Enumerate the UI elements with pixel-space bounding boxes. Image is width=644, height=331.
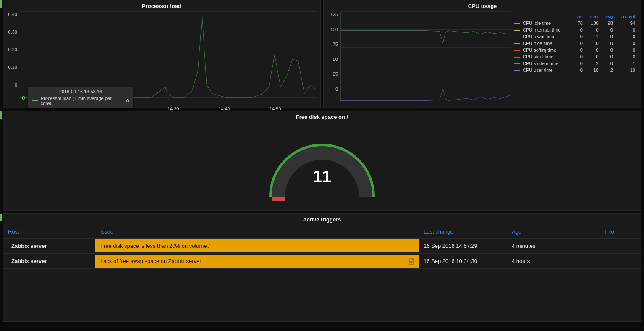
legend-avg: 0: [601, 53, 615, 60]
legend-min: 0: [571, 26, 585, 33]
legend-row[interactable]: CPU nice time0000: [512, 40, 638, 47]
table-row[interactable]: Zabbix serverLack of free swap space on …: [3, 254, 641, 269]
legend-current: 1: [615, 60, 638, 67]
legend-swatch: [514, 63, 520, 64]
legend-header: max: [585, 13, 601, 20]
crosshair-line: [22, 12, 22, 98]
panel-accent: [0, 111, 2, 119]
legend-avg: 0: [601, 47, 615, 53]
ytick: 0.20: [8, 47, 17, 52]
ytick: 100: [330, 27, 338, 32]
legend-current: 10: [615, 67, 638, 74]
ytick: 25: [333, 71, 338, 76]
legend-row[interactable]: CPU softirq time0000: [512, 47, 638, 53]
crosshair-dot: [22, 96, 25, 100]
legend-avg: 0: [601, 60, 615, 67]
tooltip-series-swatch: [32, 100, 38, 101]
legend-swatch: [514, 57, 520, 58]
ytick: 0.40: [8, 12, 17, 17]
legend-swatch: [514, 30, 520, 31]
disk-gauge-panel: Free disk space on / 11: [3, 111, 641, 211]
trigger-host: Zabbix server: [3, 239, 95, 254]
tooltip-series-label: Processor load (1 min average per core):: [41, 96, 124, 106]
legend-avg: 0: [601, 26, 615, 33]
legend-avg: 0: [601, 33, 615, 40]
triggers-header-host[interactable]: Host: [3, 225, 95, 239]
legend-swatch: [514, 50, 520, 51]
ytick: 0.10: [8, 65, 17, 70]
legend-swatch: [514, 43, 520, 44]
trigger-host: Zabbix server: [3, 254, 95, 269]
processor-load-plot[interactable]: 14:3014:4014:50: [20, 12, 316, 98]
legend-row[interactable]: CPU iowait time0100: [512, 33, 638, 40]
ytick: 0: [335, 87, 338, 92]
disk-gauge-title: Free disk space on /: [3, 111, 641, 121]
legend-row[interactable]: CPU idle time781009894: [512, 20, 638, 26]
legend-header: current: [615, 13, 638, 20]
legend-max: 1: [585, 33, 601, 40]
legend-current: 0: [615, 40, 638, 47]
legend-current: 0: [615, 26, 638, 33]
legend-row[interactable]: CPU interrupt time0000: [512, 26, 638, 33]
panel-accent: [0, 0, 2, 8]
ytick: 75: [333, 42, 338, 47]
legend-max: 0: [585, 26, 601, 33]
cpu-usage-title: CPU usage: [324, 0, 641, 10]
triggers-table: Host Issue Last change Age Info Zabbix s…: [3, 225, 641, 269]
legend-avg: 0: [601, 40, 615, 47]
legend-row[interactable]: CPU steal time0000: [512, 53, 638, 60]
legend-current: 0: [615, 33, 638, 40]
legend-min: 0: [571, 60, 585, 67]
active-triggers-title: Active triggers: [3, 214, 641, 223]
cpu-usage-legend: minmaxavgcurrentCPU idle time781009894CP…: [512, 13, 638, 74]
legend-min: 0: [571, 33, 585, 40]
cpu-usage-plot[interactable]: 14:0014:1014:2014:3014:4014:50: [340, 12, 511, 102]
legend-current: 0: [615, 53, 638, 60]
panel-accent: [0, 214, 2, 221]
trigger-age: 4 hours: [507, 254, 578, 269]
ytick: 0: [15, 82, 17, 87]
legend-header: min: [571, 13, 585, 20]
trigger-age: 4 minutes: [507, 239, 578, 254]
disk-gauge: [3, 121, 641, 201]
legend-min: 0: [571, 47, 585, 53]
trigger-issue[interactable]: Free disk space is less than 20% on volu…: [95, 239, 419, 252]
trigger-last-change: 16 Sep 2016 14:57:29: [419, 239, 507, 254]
trigger-info: [578, 239, 641, 254]
processor-load-title: Processor load: [3, 0, 320, 10]
table-row[interactable]: Zabbix serverFree disk space is less tha…: [3, 239, 641, 254]
legend-max: 18: [585, 67, 601, 74]
legend-avg: 98: [601, 20, 615, 26]
legend-min: 0: [571, 53, 585, 60]
cpu-usage-yaxis: 1251007550250: [324, 10, 340, 102]
legend-swatch: [514, 37, 520, 37]
processor-load-panel: Processor load 0.400.300.200.100 14:3014…: [3, 0, 321, 108]
triggers-header-info[interactable]: Info: [578, 225, 641, 239]
legend-current: 94: [615, 20, 638, 26]
legend-row[interactable]: CPU system time0201: [512, 60, 638, 67]
tooltip-series-value: 0: [126, 98, 129, 103]
legend-max: 0: [585, 53, 601, 60]
legend-max: 0: [585, 47, 601, 53]
cpu-usage-panel: CPU usage 1251007550250 14:0014:1014:201…: [323, 0, 641, 108]
legend-max: 0: [585, 40, 601, 47]
triggers-header-last[interactable]: Last change: [419, 225, 507, 239]
trigger-info: [578, 254, 641, 269]
ytick: 50: [333, 57, 338, 62]
trigger-issue[interactable]: Lack of free swap space on Zabbix server: [95, 255, 419, 268]
document-icon[interactable]: [408, 258, 414, 265]
legend-min: 0: [571, 67, 585, 74]
legend-max: 2: [585, 60, 601, 67]
triggers-header-issue[interactable]: Issue: [95, 225, 419, 239]
tooltip-time: 2016-09-16 13:58:16: [32, 89, 129, 94]
triggers-header-age[interactable]: Age: [507, 225, 578, 239]
legend-min: 78: [571, 20, 585, 26]
legend-row[interactable]: CPU user time018210: [512, 67, 638, 74]
legend-avg: 2: [601, 67, 615, 74]
legend-swatch: [514, 70, 520, 71]
legend-max: 100: [585, 20, 601, 26]
ytick: 0.30: [8, 29, 17, 34]
legend-min: 0: [571, 40, 585, 47]
processor-load-tooltip: 2016-09-16 13:58:16 Processor load (1 mi…: [28, 87, 133, 108]
processor-load-yaxis: 0.400.300.200.100: [3, 10, 20, 98]
